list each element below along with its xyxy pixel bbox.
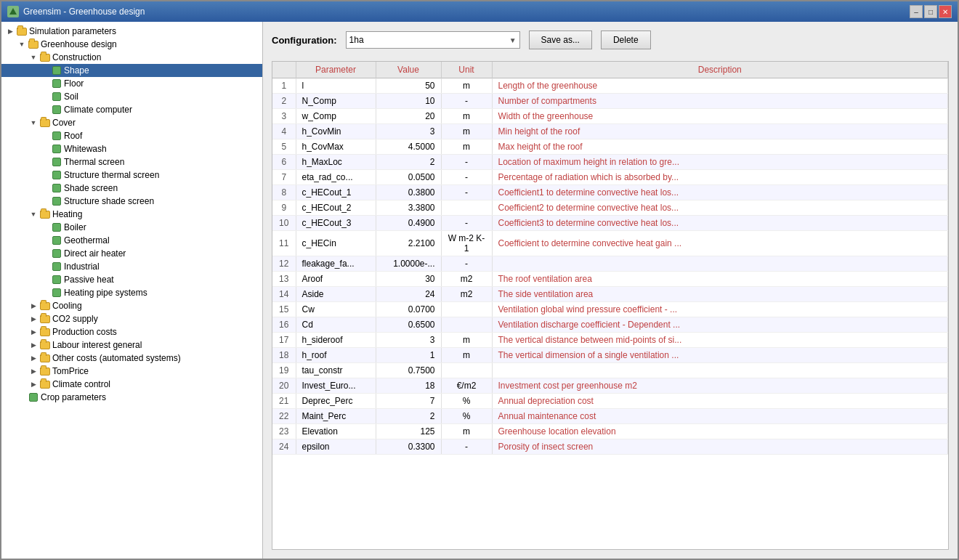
sidebar-item-cooling[interactable]: ▶ Cooling — [1, 299, 262, 312]
table-row[interactable]: 18 h_roof 1 m The vertical dimension of … — [272, 348, 948, 363]
sidebar-item-industrial[interactable]: Industrial — [1, 260, 262, 273]
table-row[interactable]: 6 h_MaxLoc 2 - Location of maximum heigh… — [272, 155, 948, 170]
cell-unit: - — [441, 439, 492, 455]
table-row[interactable]: 2 N_Comp 10 - Number of compartments — [272, 94, 948, 109]
sidebar-item-structure-shade-screen[interactable]: Structure shade screen — [1, 195, 262, 208]
table-row[interactable]: 16 Cd 0.6500 Ventilation discharge coeff… — [272, 317, 948, 333]
sidebar-item-boiler[interactable]: Boiler — [1, 221, 262, 234]
table-row[interactable]: 23 Elevation 125 m Greenhouse location e… — [272, 424, 948, 439]
sidebar-label-construction: Construction — [52, 52, 101, 62]
sidebar-item-geothermal[interactable]: Geothermal — [1, 234, 262, 247]
content-area: ▶ Simulation parameters ▼ Greenhouse des… — [1, 22, 958, 559]
sidebar-label-sim-params: Simulation parameters — [29, 26, 116, 36]
table-row[interactable]: 19 tau_constr 0.7500 — [272, 363, 948, 378]
sidebar-item-floor[interactable]: Floor — [1, 77, 262, 90]
sidebar-item-passive-heat[interactable]: Passive heat — [1, 273, 262, 286]
cell-param: h_CovMax — [296, 139, 376, 155]
close-button[interactable]: ✕ — [939, 5, 952, 18]
sidebar-item-tom-price[interactable]: ▶ TomPrice — [1, 365, 262, 378]
sidebar-item-direct-air-heater[interactable]: Direct air heater — [1, 247, 262, 260]
table-scroll[interactable]: Parameter Value Unit Description 1 l 50 … — [272, 62, 948, 549]
sidebar-item-labour-interest-general[interactable]: ▶ Labour interest general — [1, 338, 262, 352]
cell-desc: The vertical dimension of a single venti… — [492, 348, 948, 363]
cell-value: 1 — [376, 348, 441, 363]
cell-num: 9 — [272, 200, 296, 216]
sidebar-item-roof[interactable]: Roof — [1, 129, 262, 142]
maximize-button[interactable]: □ — [924, 5, 937, 18]
table-row[interactable]: 5 h_CovMax 4.5000 m Max height of the ro… — [272, 139, 948, 155]
sidebar-item-sim-params[interactable]: ▶ Simulation parameters — [1, 25, 262, 38]
table-row[interactable]: 14 Aside 24 m2 The side ventilation area — [272, 287, 948, 302]
cell-desc: Percentage of radiation which is absorbe… — [492, 170, 948, 185]
sidebar-item-cover[interactable]: ▼ Cover — [1, 116, 262, 129]
cell-num: 5 — [272, 139, 296, 155]
dropdown-arrow-icon: ▼ — [509, 36, 517, 44]
cell-desc — [492, 363, 948, 378]
sidebar-item-greenhouse-design[interactable]: ▼ Greenhouse design — [1, 38, 262, 51]
cell-value: 0.0500 — [376, 170, 441, 185]
save-as-button[interactable]: Save as... — [529, 31, 592, 49]
svg-marker-0 — [9, 8, 17, 15]
table-row[interactable]: 13 Aroof 30 m2 The roof ventilation area — [272, 272, 948, 287]
cell-unit: m — [441, 124, 492, 139]
sidebar-item-production-costs[interactable]: ▶ Production costs — [1, 325, 262, 338]
sidebar-item-thermal-screen[interactable]: Thermal screen — [1, 155, 262, 169]
sidebar-item-heating[interactable]: ▼ Heating — [1, 208, 262, 221]
sidebar-item-heating-pipe-systems[interactable]: Heating pipe systems — [1, 286, 262, 299]
leaf-icon-thermal-screen — [51, 157, 62, 167]
minimize-button[interactable]: – — [910, 5, 923, 18]
cell-num: 3 — [272, 109, 296, 124]
sidebar-item-crop-parameters[interactable]: Crop parameters — [1, 391, 262, 404]
sidebar-label-passive-heat: Passive heat — [64, 275, 114, 285]
delete-button[interactable]: Delete — [601, 31, 651, 49]
cell-num: 22 — [272, 409, 296, 424]
sidebar-item-construction[interactable]: ▼ Construction — [1, 51, 262, 64]
table-row[interactable]: 24 epsilon 0.3300 - Porosity of insect s… — [272, 439, 948, 455]
table-row[interactable]: 11 c_HECin 2.2100 W m-2 K-1 Coefficient … — [272, 231, 948, 256]
sidebar-label-soil: Soil — [64, 92, 78, 102]
folder-icon-other-costs — [39, 353, 51, 363]
sidebar-item-shade-screen[interactable]: Shade screen — [1, 182, 262, 195]
table-row[interactable]: 1 l 50 m Length of the greenhouse — [272, 78, 948, 94]
cell-value: 3 — [376, 124, 441, 139]
cell-param: Elevation — [296, 424, 376, 439]
table-row[interactable]: 8 c_HECout_1 0.3800 - Coefficient1 to de… — [272, 185, 948, 200]
expander-sim-params: ▶ — [4, 28, 16, 35]
sidebar-item-co2-supply[interactable]: ▶ CO2 supply — [1, 312, 262, 325]
cell-num: 15 — [272, 302, 296, 317]
sidebar-label-cooling: Cooling — [52, 301, 82, 311]
table-row[interactable]: 20 Invest_Euro... 18 €/m2 Investment cos… — [272, 378, 948, 394]
cell-value: 3.3800 — [376, 200, 441, 216]
right-panel: Configuration: 1ha ▼ Save as... Delete P… — [263, 22, 958, 559]
table-row[interactable]: 12 fleakage_fa... 1.0000e-... - — [272, 256, 948, 272]
sidebar-item-soil[interactable]: Soil — [1, 90, 262, 103]
sidebar-item-climate-control[interactable]: ▶ Climate control — [1, 378, 262, 391]
cell-num: 7 — [272, 170, 296, 185]
sidebar-item-climate-computer[interactable]: Climate computer — [1, 103, 262, 116]
cell-desc — [492, 256, 948, 272]
table-row[interactable]: 15 Cw 0.0700 Ventilation global wind pre… — [272, 302, 948, 317]
table-row[interactable]: 22 Maint_Perc 2 % Annual maintenance cos… — [272, 409, 948, 424]
sidebar-label-other-costs: Other costs (automated systems) — [52, 353, 181, 363]
table-row[interactable]: 10 c_HECout_3 0.4900 - Coefficient3 to d… — [272, 216, 948, 231]
table-row[interactable]: 3 w_Comp 20 m Width of the greenhouse — [272, 109, 948, 124]
sidebar-item-other-costs[interactable]: ▶ Other costs (automated systems) — [1, 352, 262, 365]
sidebar-item-whitewash[interactable]: Whitewash — [1, 142, 262, 155]
table-row[interactable]: 17 h_sideroof 3 m The vertical distance … — [272, 333, 948, 348]
sidebar-item-shape[interactable]: Shape — [1, 64, 262, 77]
sidebar-label-heating: Heating — [52, 209, 82, 219]
table-row[interactable]: 9 c_HECout_2 3.3800 Coefficient2 to dete… — [272, 200, 948, 216]
cell-unit: - — [441, 216, 492, 231]
leaf-icon-passive-heat — [51, 275, 62, 285]
leaf-icon-heating-pipe-systems — [51, 288, 62, 298]
config-select[interactable]: 1ha ▼ — [346, 31, 520, 49]
leaf-icon-structure-thermal-screen — [51, 170, 62, 180]
cell-desc: Coefficient1 to determine convective hea… — [492, 185, 948, 200]
cell-unit — [441, 302, 492, 317]
sidebar-item-structure-thermal-screen[interactable]: Structure thermal screen — [1, 169, 262, 182]
table-row[interactable]: 4 h_CovMin 3 m Min height of the roof — [272, 124, 948, 139]
cell-desc: Coefficient to determine convective heat… — [492, 231, 948, 256]
table-row[interactable]: 21 Deprec_Perc 7 % Annual depreciation c… — [272, 394, 948, 409]
table-row[interactable]: 7 eta_rad_co... 0.0500 - Percentage of r… — [272, 170, 948, 185]
cell-unit: m — [441, 139, 492, 155]
